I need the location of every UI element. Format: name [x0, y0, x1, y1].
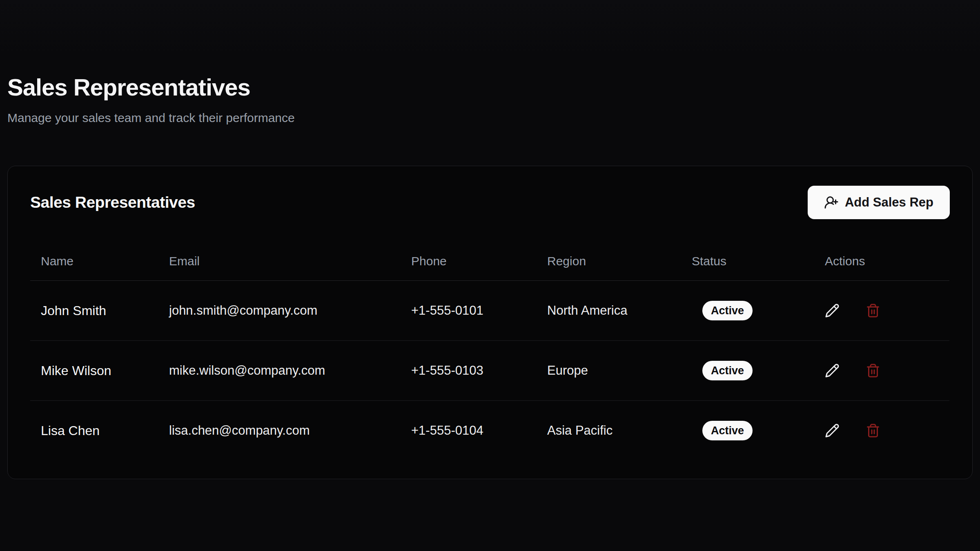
rep-status-cell: Active — [681, 341, 814, 401]
table-row: John Smith john.smith@company.com +1-555… — [30, 281, 949, 341]
rep-actions-cell — [814, 281, 949, 341]
pencil-icon — [825, 423, 840, 438]
rep-status-cell: Active — [681, 281, 814, 341]
add-sales-rep-label: Add Sales Rep — [845, 195, 933, 210]
rep-name: Lisa Chen — [30, 401, 158, 461]
edit-button[interactable] — [825, 363, 840, 378]
rep-phone: +1-555-0104 — [401, 401, 537, 461]
rep-phone: +1-555-0103 — [401, 341, 537, 401]
rep-name: Mike Wilson — [30, 341, 158, 401]
rep-actions-cell — [814, 401, 949, 461]
status-badge: Active — [702, 361, 753, 380]
trash-icon — [866, 423, 880, 438]
pencil-icon — [825, 363, 840, 378]
rep-email: john.smith@company.com — [158, 281, 401, 341]
column-header-region: Region — [537, 219, 681, 281]
trash-icon — [866, 303, 880, 318]
rep-status-cell: Active — [681, 401, 814, 461]
rep-region: Asia Pacific — [537, 401, 681, 461]
status-badge: Active — [702, 301, 753, 320]
column-header-email: Email — [158, 219, 401, 281]
column-header-phone: Phone — [401, 219, 537, 281]
column-header-status: Status — [681, 219, 814, 281]
table-row: Lisa Chen lisa.chen@company.com +1-555-0… — [30, 401, 949, 461]
rep-actions-cell — [814, 341, 949, 401]
page-title: Sales Representatives — [7, 72, 973, 102]
edit-button[interactable] — [825, 303, 840, 318]
user-plus-icon — [824, 195, 839, 210]
rep-region: Europe — [537, 341, 681, 401]
card-title: Sales Representatives — [30, 193, 195, 212]
table-row: Mike Wilson mike.wilson@company.com +1-5… — [30, 341, 949, 401]
page-root: Sales Representatives Manage your sales … — [0, 0, 980, 551]
rep-name: John Smith — [30, 281, 158, 341]
rep-email: lisa.chen@company.com — [158, 401, 401, 461]
rep-phone: +1-555-0101 — [401, 281, 537, 341]
page-subtitle: Manage your sales team and track their p… — [7, 109, 973, 127]
trash-icon — [866, 363, 880, 378]
column-header-actions: Actions — [814, 219, 949, 281]
column-header-name: Name — [30, 219, 158, 281]
edit-button[interactable] — [825, 423, 840, 438]
delete-button[interactable] — [866, 363, 880, 378]
card-header: Sales Representatives Add Sales Rep — [30, 186, 950, 219]
delete-button[interactable] — [866, 303, 880, 318]
sales-reps-table: Name Email Phone Region Status Actions J… — [30, 219, 949, 460]
rep-email: mike.wilson@company.com — [158, 341, 401, 401]
table-header-row: Name Email Phone Region Status Actions — [30, 219, 949, 281]
rep-region: North America — [537, 281, 681, 341]
status-badge: Active — [702, 421, 753, 440]
pencil-icon — [825, 303, 840, 318]
sales-reps-card: Sales Representatives Add Sales Rep — [7, 166, 973, 479]
add-sales-rep-button[interactable]: Add Sales Rep — [808, 186, 950, 219]
delete-button[interactable] — [866, 423, 880, 438]
